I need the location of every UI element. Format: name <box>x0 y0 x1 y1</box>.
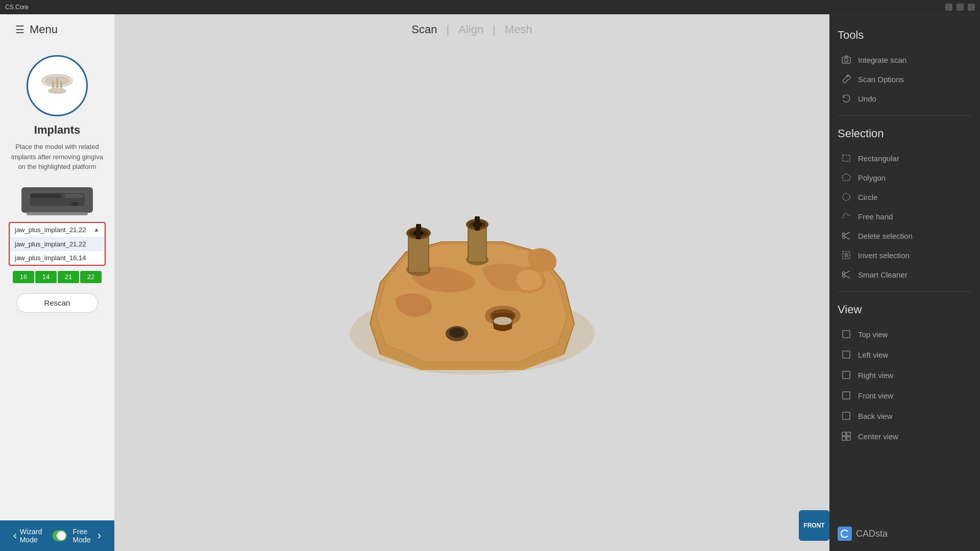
svg-rect-51 <box>847 437 850 440</box>
mesh-tab[interactable]: Mesh <box>505 23 532 36</box>
scan-dropdown[interactable]: jaw_plus_implant_21,22 ▲ jaw_plus_implan… <box>9 222 106 266</box>
center-view-tool[interactable]: Center view <box>838 427 972 446</box>
svg-marker-31 <box>842 173 850 181</box>
undo-label: Undo <box>858 94 876 103</box>
cadsta-text: CADsta <box>856 529 888 539</box>
smart-cleaner-tool[interactable]: Smart Cleaner <box>838 265 972 284</box>
invert-selection-tool[interactable]: Invert selection <box>838 245 972 265</box>
tooth-btn-16[interactable]: 16 <box>13 271 34 283</box>
front-view-icon <box>841 390 852 401</box>
right-panel: Tools Integrate scan Scan Options Undo <box>829 14 980 551</box>
maximize-btn[interactable] <box>957 4 964 11</box>
polygon-selection-tool[interactable]: Polygon <box>838 168 972 187</box>
svg-line-41 <box>845 271 850 273</box>
left-view-tool[interactable]: Left view <box>838 345 972 364</box>
prev-arrow-button[interactable]: ‹ <box>10 527 20 545</box>
circle-selection-tool[interactable]: Circle <box>838 187 972 207</box>
invert-icon <box>841 249 852 261</box>
dropdown-option-1[interactable]: jaw_plus_implant_21,22 <box>10 237 105 251</box>
svg-rect-18 <box>468 226 486 262</box>
rescan-button[interactable]: Rescan <box>16 293 98 313</box>
page-header: Scan | Align | Mesh <box>114 14 829 45</box>
separator-1: | <box>447 23 450 36</box>
front-view-badge[interactable]: FRONT <box>799 510 829 541</box>
svg-point-39 <box>843 272 845 274</box>
svg-rect-43 <box>843 331 850 338</box>
polygon-icon <box>841 172 852 183</box>
scanner-svg <box>27 190 88 210</box>
left-content-area: ☰ Menu Implants <box>0 14 114 520</box>
mode-toggle-switch[interactable] <box>53 530 67 541</box>
titlebar: CS.Core <box>0 0 980 14</box>
svg-rect-49 <box>847 432 850 436</box>
view-tools-list: Top view Left view Right view Front view <box>838 324 972 446</box>
svg-point-29 <box>845 59 848 62</box>
selection-section-title: Selection <box>838 127 972 140</box>
front-view-label: Front view <box>858 391 893 400</box>
close-btn[interactable] <box>968 4 975 11</box>
dental-model-svg <box>329 140 615 425</box>
right-view-tool[interactable]: Right view <box>838 365 972 385</box>
top-view-label: Top view <box>858 330 888 339</box>
svg-rect-7 <box>31 194 61 198</box>
minimize-btn[interactable] <box>945 4 952 11</box>
integrate-scan-label: Integrate scan <box>858 56 906 64</box>
model-container <box>114 14 829 551</box>
freehand-label: Free hand <box>858 212 893 221</box>
svg-point-40 <box>843 275 845 278</box>
delete-selection-tool[interactable]: Delete selection <box>838 226 972 245</box>
chevron-up-icon: ▲ <box>93 226 100 233</box>
next-arrow-button[interactable]: › <box>94 527 104 545</box>
dropdown-header[interactable]: jaw_plus_implant_21,22 ▲ <box>10 223 105 237</box>
app-container: ☰ Menu Implants <box>0 14 980 551</box>
svg-point-32 <box>843 193 850 201</box>
tooth-btn-21[interactable]: 21 <box>58 271 79 283</box>
rectangular-selection-tool[interactable]: Rectangular <box>838 148 972 168</box>
smart-cleaner-label: Smart Cleaner <box>858 270 908 279</box>
tooth-btn-22[interactable]: 22 <box>80 271 102 283</box>
bottom-bar: ‹ Wizard Mode Free Mode › <box>0 520 114 551</box>
smart-cleaner-icon <box>841 269 852 280</box>
svg-rect-22 <box>475 216 480 231</box>
svg-point-5 <box>48 88 66 94</box>
scan-options-tool[interactable]: Scan Options <box>838 69 972 89</box>
scissors-icon <box>841 230 852 241</box>
tooth-btn-14[interactable]: 14 <box>35 271 57 283</box>
scan-options-label: Scan Options <box>858 75 904 84</box>
tools-divider <box>838 115 972 116</box>
window-controls <box>945 4 975 11</box>
mode-toggle: Wizard Mode Free Mode <box>20 528 95 544</box>
implant-title: Implants <box>34 123 80 137</box>
top-view-tool[interactable]: Top view <box>838 324 972 344</box>
svg-rect-48 <box>842 432 846 436</box>
dropdown-option-2[interactable]: jaw_plus_implant_16,14 <box>10 251 105 265</box>
polygon-label: Polygon <box>858 173 886 182</box>
left-panel-wrapper: ☰ Menu Implants <box>0 14 114 551</box>
svg-point-27 <box>449 328 464 338</box>
back-view-tool[interactable]: Back view <box>838 406 972 425</box>
freehand-selection-tool[interactable]: Free hand <box>838 207 972 226</box>
scan-tab[interactable]: Scan <box>411 23 437 36</box>
3d-viewport[interactable]: FRONT <box>114 14 829 551</box>
invert-selection-label: Invert selection <box>858 251 910 260</box>
header-navigation: Scan | Align | Mesh <box>411 23 532 36</box>
svg-rect-16 <box>416 224 421 239</box>
menu-button[interactable]: ☰ Menu <box>0 14 114 45</box>
tooth-buttons-group: 16 14 21 22 <box>13 271 102 283</box>
svg-line-42 <box>845 276 850 278</box>
left-view-label: Left view <box>858 350 888 359</box>
front-view-tool[interactable]: Front view <box>838 386 972 405</box>
svg-rect-46 <box>843 392 850 399</box>
undo-tool[interactable]: Undo <box>838 89 972 108</box>
svg-line-35 <box>845 232 850 235</box>
right-view-label: Right view <box>858 371 893 380</box>
free-mode-label: Free Mode <box>73 528 95 544</box>
implant-desc: Place the model with related implants af… <box>0 142 114 172</box>
align-tab[interactable]: Align <box>458 23 483 36</box>
svg-rect-47 <box>843 412 850 419</box>
undo-icon <box>841 93 852 104</box>
integrate-scan-tool[interactable]: Integrate scan <box>838 50 972 69</box>
svg-point-9 <box>71 202 79 206</box>
left-view-icon <box>841 349 852 360</box>
left-panel-content: Implants Place the model with related im… <box>0 14 114 318</box>
